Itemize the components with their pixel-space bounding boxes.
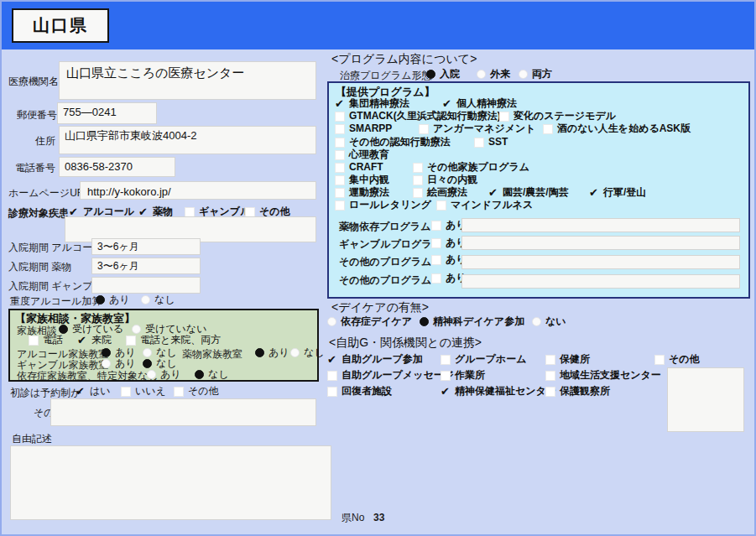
- family-class-none-no[interactable]: なし: [195, 369, 229, 380]
- program-checkbox[interactable]: [413, 163, 423, 173]
- daycare-psychiatric-option[interactable]: 精神科デイケア参加: [420, 316, 524, 327]
- family-method-visit-checkbox[interactable]: [77, 336, 87, 346]
- stay-drug-input[interactable]: 3〜6ヶ月: [91, 258, 201, 274]
- program-checkbox[interactable]: [419, 124, 429, 134]
- other-program1-checkbox[interactable]: [431, 255, 441, 265]
- program-smarpp[interactable]: SMARPP: [335, 123, 392, 134]
- program-hiking[interactable]: 行軍/登山: [589, 187, 646, 198]
- family-class-none-no-radio[interactable]: [195, 370, 204, 379]
- program-ask-version[interactable]: 酒のない人生を始めるASK版: [543, 123, 691, 134]
- severe-yes-option[interactable]: あり: [96, 294, 130, 305]
- collab-other[interactable]: その他: [654, 354, 700, 365]
- program-checkbox[interactable]: [543, 124, 553, 134]
- form-both-radio[interactable]: [519, 70, 528, 79]
- program-checkbox[interactable]: [335, 163, 345, 173]
- collab-workshop[interactable]: 作業所: [441, 370, 485, 381]
- stay-alcohol-input[interactable]: 3〜6ヶ月: [91, 238, 201, 255]
- program-checkbox[interactable]: [335, 150, 345, 160]
- disease-other-checkbox[interactable]: [245, 207, 255, 217]
- form-both-option[interactable]: 両方: [519, 69, 552, 80]
- program-group-psychotherapy[interactable]: 集団精神療法: [335, 98, 409, 109]
- program-psychoeducation[interactable]: 心理教育: [335, 149, 389, 160]
- collab-self-help-message[interactable]: 自助グループメッセージ: [327, 370, 454, 381]
- family-method-phone-checkbox[interactable]: [29, 336, 39, 346]
- family-class-drug-no-radio[interactable]: [290, 348, 300, 357]
- homepage-url-input[interactable]: http://y-kokoro.jp/: [80, 181, 316, 200]
- family-class-gambling-yes-radio[interactable]: [102, 359, 111, 368]
- collab-community-support[interactable]: 地域生活支援センター: [545, 370, 661, 381]
- address-input[interactable]: 山口県宇部市東岐波4004-2: [59, 126, 316, 154]
- facility-name-input[interactable]: 山口県立こころの医療センター: [59, 61, 316, 100]
- family-consult-no-radio[interactable]: [132, 325, 141, 334]
- program-sst[interactable]: SST: [474, 137, 508, 148]
- family-class-drug-yes[interactable]: あり: [255, 347, 289, 358]
- program-checkbox[interactable]: [413, 175, 423, 185]
- family-class-gambling-no-radio[interactable]: [143, 359, 152, 368]
- other-field-input[interactable]: [50, 398, 316, 426]
- daycare-addiction-radio[interactable]: [327, 317, 336, 326]
- form-inpatient-radio[interactable]: [426, 70, 435, 79]
- daycare-none-radio[interactable]: [532, 317, 541, 326]
- program-checkbox[interactable]: [436, 200, 446, 211]
- other-program2-input[interactable]: [461, 274, 740, 289]
- program-exercise-therapy[interactable]: 運動療法: [335, 187, 389, 198]
- collab-recovery-facility[interactable]: 回復者施設: [327, 386, 392, 397]
- other-program1-input[interactable]: [461, 255, 740, 269]
- program-checkbox[interactable]: [335, 124, 345, 134]
- program-daily-naikan[interactable]: 日々の内観: [413, 174, 477, 185]
- first-visit-no-checkbox[interactable]: [121, 387, 131, 397]
- collab-checkbox[interactable]: [545, 387, 555, 397]
- family-class-gambling-yes[interactable]: あり: [102, 358, 136, 369]
- program-checkbox[interactable]: [488, 188, 498, 198]
- program-role-lettering[interactable]: ロールレタリング: [335, 200, 431, 211]
- collab-checkbox[interactable]: [327, 355, 337, 365]
- program-checkbox[interactable]: [335, 188, 345, 198]
- free-text-input[interactable]: [10, 445, 331, 520]
- program-anger-management[interactable]: アンガーマネジメント: [419, 123, 536, 134]
- severe-no-radio[interactable]: [141, 295, 150, 304]
- program-checkbox[interactable]: [335, 175, 345, 185]
- stay-gambling-input[interactable]: [91, 277, 201, 294]
- daycare-addiction-option[interactable]: 依存症デイケア: [327, 316, 412, 327]
- other-program2-checkbox[interactable]: [431, 273, 441, 284]
- gambling-program-checkbox[interactable]: [431, 238, 441, 248]
- program-checkbox[interactable]: [335, 112, 345, 122]
- program-checkbox[interactable]: [413, 188, 423, 198]
- collab-self-help-group[interactable]: 自助グループ参加: [327, 354, 423, 365]
- first-visit-other-checkbox[interactable]: [174, 387, 184, 397]
- family-class-none-yes[interactable]: あり: [147, 369, 181, 380]
- collab-group-home[interactable]: グループホーム: [441, 354, 526, 365]
- program-art-therapy[interactable]: 絵画療法: [413, 187, 467, 198]
- collab-checkbox[interactable]: [441, 387, 451, 397]
- program-checkbox[interactable]: [589, 188, 599, 198]
- form-inpatient-option[interactable]: 入院: [426, 69, 460, 80]
- program-stage-model[interactable]: 変化のステージモデル: [499, 111, 616, 122]
- family-method-phone-option[interactable]: 電話: [29, 335, 63, 346]
- first-visit-yes-checkbox[interactable]: [76, 387, 86, 397]
- daycare-none-option[interactable]: ない: [532, 316, 566, 327]
- collab-checkbox[interactable]: [654, 355, 665, 365]
- collab-probation-office[interactable]: 保護観察所: [545, 386, 610, 397]
- family-method-visit-option[interactable]: 来院: [77, 335, 112, 346]
- disease-gambling-checkbox[interactable]: [185, 207, 195, 217]
- first-visit-no-option[interactable]: いいえ: [121, 386, 166, 397]
- program-other-cbt[interactable]: その他の認知行動療法: [335, 137, 451, 148]
- program-checkbox[interactable]: [335, 99, 345, 109]
- collab-mental-welfare-center[interactable]: 精神保健福祉センター: [441, 386, 556, 397]
- family-class-none-yes-radio[interactable]: [147, 370, 156, 379]
- daycare-psychiatric-radio[interactable]: [420, 317, 429, 326]
- collab-checkbox[interactable]: [545, 371, 555, 381]
- program-gtmack[interactable]: GTMACK(久里浜式認知行動療法): [335, 111, 501, 122]
- collab-checkbox[interactable]: [441, 371, 451, 381]
- drug-program-input[interactable]: [461, 218, 740, 232]
- program-intensive-naikan[interactable]: 集中内観: [335, 174, 389, 185]
- program-craft[interactable]: CRAFT: [335, 162, 383, 173]
- disease-alcohol-checkbox[interactable]: [69, 207, 79, 217]
- family-class-drug-no[interactable]: なし: [290, 347, 325, 358]
- program-individual-psychotherapy[interactable]: 個人精神療法: [442, 98, 517, 109]
- phone-input[interactable]: 0836-58-2370: [59, 157, 175, 177]
- family-class-alcohol-no-radio[interactable]: [143, 348, 152, 357]
- program-checkbox[interactable]: [442, 99, 452, 109]
- family-class-drug-yes-radio[interactable]: [255, 348, 264, 357]
- collab-health-center[interactable]: 保健所: [545, 354, 590, 365]
